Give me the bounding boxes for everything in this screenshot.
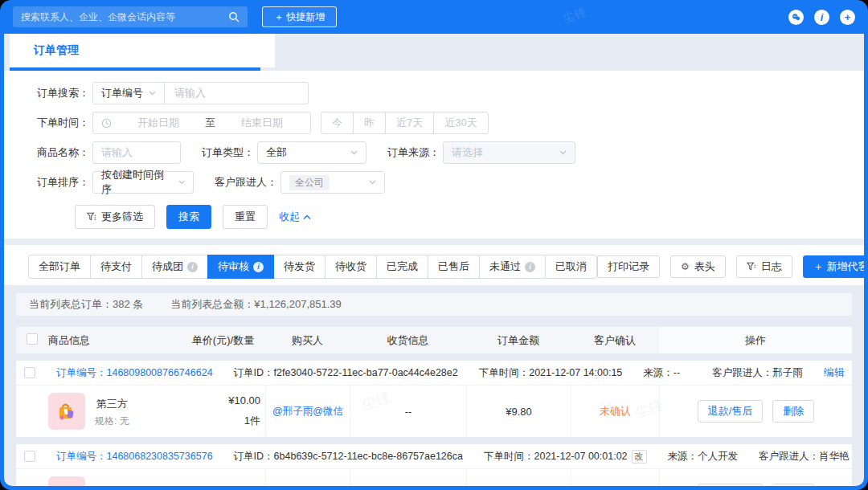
product-name: 第三方	[95, 394, 129, 414]
start-date-input[interactable]: 开始日期	[118, 116, 199, 130]
order-time-text: 下单时间：2021-12-07 00:01:02改	[484, 450, 647, 463]
print-record-button[interactable]: 打印记录	[597, 255, 660, 278]
col-product-info: 商品信息	[48, 333, 181, 348]
global-search-input[interactable]: 搜索联系人、企业、企微会话内容等	[13, 6, 248, 27]
add-proxy-order-button[interactable]: ＋ 新增代客下单	[803, 255, 864, 278]
order-time-label: 下单时间：	[35, 116, 89, 130]
info-icon: i	[525, 262, 535, 272]
product-info-cell: 课程名	[48, 469, 181, 486]
product-checkbox-cell	[16, 386, 48, 437]
customer-follower-tag: 全公司	[289, 175, 330, 190]
order-search-control: 订单编号 请输入	[92, 82, 309, 104]
end-date-input[interactable]: 结束日期	[222, 116, 302, 130]
amount-cell: ¥5,777.28	[466, 469, 571, 486]
tab-order-management[interactable]: 订单管理	[10, 34, 275, 67]
tab-cancelled[interactable]: 已取消	[545, 255, 597, 279]
date-range-picker[interactable]: 开始日期 至 结束日期	[92, 112, 311, 134]
search-icon[interactable]	[228, 11, 240, 22]
order-source-label: 订单来源：	[387, 145, 440, 160]
row-checkbox[interactable]	[24, 451, 35, 462]
info-icon: i	[187, 262, 198, 272]
orders-table: 尘锋 尘锋 尘锋 商品信息 单价(元)/数量 购买人 收货信息 订单金额 客户确…	[16, 327, 852, 486]
log-button[interactable]: 日志	[736, 255, 792, 278]
info-icon[interactable]: i	[814, 10, 829, 25]
tab-pending-payment[interactable]: 待支付	[90, 255, 142, 279]
edit-order-link[interactable]: 编辑	[824, 365, 845, 380]
order-sort-select[interactable]: 按创建时间倒序	[92, 171, 194, 194]
product-checkbox-cell	[16, 469, 48, 486]
price-qty-cell: ¥10.00 1件	[181, 386, 265, 437]
product-qty: 1件	[244, 411, 260, 431]
product-price: ¥6,800.00	[214, 485, 260, 486]
quick-yesterday-button[interactable]: 昨	[353, 112, 386, 134]
filter-panel: 订单搜索： 订单编号 请输入 下单时间： 开始日期	[4, 71, 864, 239]
buyer-cell[interactable]: @邢子雨@微信	[265, 386, 350, 437]
quick-add-button[interactable]: ＋ 快捷新增	[262, 6, 337, 27]
tab-pending-group-label: 待成团	[152, 259, 183, 274]
refund-button[interactable]: 退款/售后	[698, 400, 764, 423]
modify-time-button[interactable]: 改	[632, 450, 647, 463]
watermark: 尘锋	[561, 5, 588, 27]
product-name-input[interactable]: 请输入	[92, 141, 181, 164]
tab-rejected-label: 未通过	[489, 259, 521, 274]
delete-button[interactable]: 删除	[772, 400, 814, 423]
product-image	[48, 476, 85, 486]
collapse-link[interactable]: 收起	[279, 210, 311, 224]
product-name-placeholder: 请输入	[101, 145, 133, 160]
quick-30days-button[interactable]: 近30天	[433, 112, 488, 134]
tab-completed[interactable]: 已完成	[376, 255, 428, 279]
order-number-link[interactable]: 订单编号：1468098008766746624	[56, 366, 213, 380]
select-all-checkbox-cell	[16, 333, 48, 347]
refund-button[interactable]: 退款/售后	[698, 484, 764, 486]
product-name: 课程名	[95, 485, 126, 486]
confirm-status: 未确认	[571, 469, 659, 486]
customer-follower-select[interactable]: 全公司	[280, 171, 385, 194]
tab-all-orders[interactable]: 全部订单	[28, 255, 91, 279]
quick-7days-button[interactable]: 近7天	[385, 112, 434, 134]
order-source-text: 来源：个人开发	[668, 450, 739, 463]
col-price-qty: 单价(元)/数量	[181, 333, 265, 348]
order-group: 订单编号：1468068230835736576 订单ID：6b4b639c-5…	[16, 444, 852, 486]
delete-button[interactable]: 删除	[772, 484, 814, 486]
tab-underline	[10, 67, 260, 71]
total-amount-text: 当前列表总金额：¥1,126,207,851.39	[170, 297, 341, 312]
gear-icon: ⚙	[681, 261, 690, 272]
filter-icon	[747, 262, 756, 272]
add-icon[interactable]: +	[840, 10, 855, 25]
buyer-cell[interactable]: 是肖肖呀✿@...	[265, 469, 350, 486]
order-search-label: 订单搜索：	[35, 86, 89, 100]
order-source-select[interactable]: 请选择	[443, 141, 575, 164]
tab-pending-review[interactable]: 待审核i	[207, 255, 274, 279]
table-header-button[interactable]: ⚙ 表头	[670, 255, 726, 278]
clock-icon	[101, 118, 112, 129]
order-source-text: 来源：--	[643, 366, 680, 380]
select-all-checkbox[interactable]	[27, 333, 38, 345]
more-filters-button[interactable]: 更多筛选	[75, 205, 155, 229]
tab-strip: 订单管理	[4, 34, 864, 71]
order-search-type-select[interactable]: 订单编号	[93, 83, 165, 104]
tab-pending-receive[interactable]: 待收货	[325, 255, 377, 279]
filter-row-order-search: 订单搜索： 订单编号 请输入	[35, 82, 864, 104]
order-search-input[interactable]: 请输入	[165, 83, 308, 104]
order-product-row: 第三方 规格: 无 ¥10.00 1件 @邢子雨@微信 -- ¥9.80 未确认…	[16, 386, 852, 437]
message-icon[interactable]	[788, 10, 804, 25]
col-amount: 订单金额	[466, 333, 571, 348]
chevron-down-icon	[369, 180, 376, 185]
product-image	[48, 393, 85, 430]
tab-rejected[interactable]: 未通过i	[479, 255, 546, 279]
tab-pending-ship[interactable]: 待发货	[273, 255, 326, 279]
order-header-row: 订单编号：1468098008766746624 订单ID：f2fe3040-5…	[16, 361, 852, 386]
customer-follower-label: 客户跟进人：	[215, 175, 277, 190]
reset-button[interactable]: 重置	[223, 205, 268, 229]
tab-after-sale[interactable]: 已售后	[428, 255, 480, 279]
row-checkbox[interactable]	[24, 367, 35, 378]
search-button[interactable]: 搜索	[166, 205, 211, 229]
quick-today-button[interactable]: 今	[321, 112, 354, 134]
shipping-cell: --	[350, 469, 466, 486]
filter-buttons-row: 更多筛选 搜索 重置 收起	[75, 205, 864, 229]
order-type-select[interactable]: 全部	[257, 141, 366, 164]
order-number-link[interactable]: 订单编号：1468068230835736576	[56, 450, 213, 463]
list-header: 全部订单 待支付 待成团i 待审核i 待发货 待收货 已完成 已售后 未通过i …	[4, 245, 864, 285]
tab-pending-group[interactable]: 待成团i	[141, 255, 208, 279]
order-follower-text: 客户跟进人：肖华艳	[759, 450, 850, 463]
